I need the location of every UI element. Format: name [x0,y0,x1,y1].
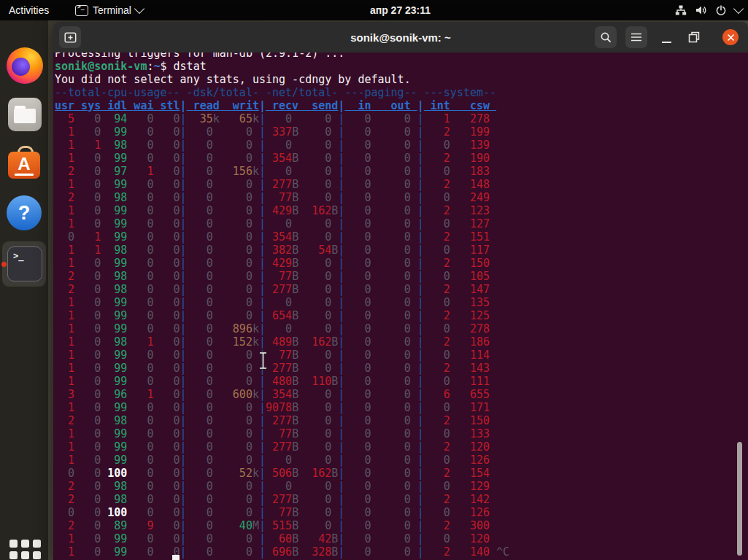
clock-label: апр 27 23:11 [370,4,431,16]
terminal-line: 1 0 99 0 0| 0 0 | 480B 110B| 0 0 | 0 111 [55,375,509,388]
terminal-scrollbar[interactable] [737,442,742,556]
terminal-line: 1 0 99 0 0| 0 0 | 77B 0 | 0 0 | 0 133 [55,427,509,440]
files-icon [8,98,42,131]
text-cursor-pointer [258,351,269,370]
terminal-line: 1 0 99 0 0| 0 0 | 60B 42B| 0 0 | 0 120 [55,532,509,545]
terminal-line: 2 0 98 0 0| 0 0 | 77B 0 | 0 0 | 0 105 [55,270,509,283]
terminal-line: 2 0 98 0 0| 0 0 | 277B 0 | 0 0 | 2 147 [55,283,509,296]
terminal-line: 1 0 99 0 0| 0 0 | 429B 162B| 0 0 | 2 123 [55,204,509,217]
dock: A ? >_ [0,20,48,560]
ubuntu-software-icon: A [7,145,42,180]
app-menu-button[interactable]: >_ Terminal [75,0,143,20]
search-button[interactable] [595,26,617,48]
activities-label: Activities [9,4,49,16]
desktop: Activities >_ Terminal апр 27 23:11 [0,0,748,560]
dock-item-terminal[interactable]: >_ [7,246,42,281]
terminal-line: 0 0 100 0 0| 0 52k| 506B 162B| 0 0 | 2 1… [55,467,509,480]
terminal-line: 2 0 97 1 0| 0 156k| 0 0 | 0 0 | 0 183 [55,165,509,178]
terminal-output: Processing triggers for man-db (2.9.1-2)… [55,52,509,559]
terminal-line: usr sys idl wai stl| read writ| recv sen… [55,99,509,112]
terminal-line: 1 0 98 1 0| 0 152k| 489B 162B| 0 0 | 2 1… [55,335,509,349]
terminal-block-cursor [172,555,180,560]
terminal-line: You did not select any stats, using -cdn… [55,73,509,86]
terminal-line: 0 1 99 0 0| 0 0 | 354B 0 | 0 0 | 2 151 [55,230,509,244]
close-icon [727,34,735,42]
terminal-line: 1 0 99 0 0| 0 0 | 277B 0 | 0 0 | 2 120 [55,440,509,454]
hamburger-menu-icon [631,33,642,42]
new-tab-button[interactable] [59,26,81,48]
minimize-button[interactable] [660,31,672,43]
network-icon [675,4,687,16]
activities-button[interactable]: Activities [9,0,49,20]
terminal-line: 1 0 99 0 0| 0 0 | 0 0 | 0 0 | 0 135 [55,296,509,309]
running-indicator-dot [1,262,7,267]
chevron-down-icon [733,4,744,14]
terminal-line: 5 0 94 0 0| 35k 65k| 0 0 | 0 0 | 1 278 [55,112,509,125]
terminal-icon: >_ [7,246,42,281]
terminal-line: 2 0 98 0 0| 0 0 | 277B 0 | 0 0 | 2 150 [55,414,509,427]
terminal-line: 1 0 99 0 0| 0 896k| 0 0 | 0 0 | 0 278 [55,322,509,335]
terminal-app-icon: >_ [75,5,88,16]
restore-icon [688,31,700,43]
app-menu-label: Terminal [93,4,131,16]
terminal-line: 1 0 99 0 0| 0 0 | 654B 0 | 0 0 | 2 125 [55,309,509,322]
dock-item-help[interactable]: ? [7,195,42,230]
system-status-area[interactable] [675,0,742,20]
clock-button[interactable]: апр 27 23:11 [370,0,431,20]
power-icon [715,4,727,16]
dock-item-ubuntu-software[interactable]: A [7,145,42,180]
chevron-down-icon [134,4,144,14]
top-bar: Activities >_ Terminal апр 27 23:11 [0,0,748,20]
terminal-line: 2 0 98 0 0| 0 0 | 0 0 | 0 0 | 0 129 [55,480,509,493]
terminal-line: sonik@sonik-vm:~$ dstat [55,60,509,73]
terminal-line: 1 0 99 0 0| 0 0 | 77B 0 | 0 0 | 0 114 [55,349,509,362]
terminal-line: 1 0 99 0 0| 0 0 | 337B 0 | 0 0 | 2 199 [55,125,509,139]
dock-item-files[interactable] [8,98,43,133]
terminal-line: 2 0 98 0 0| 0 0 | 77B 0 | 0 0 | 0 249 [55,191,509,204]
terminal-line: 1 0 99 0 0| 0 0 | 277B 0 | 0 0 | 2 143 [55,362,509,375]
terminal-line: 1 0 99 0 0| 0 0 | 0 0 | 0 0 | 0 126 [55,454,509,467]
terminal-line: 0 0 100 0 0| 0 0 | 77B 0 | 0 0 | 0 126 [55,506,509,519]
dock-item-firefox[interactable] [7,47,42,82]
terminal-line: 1 1 98 0 0| 0 0 | 382B 54B| 0 0 | 0 117 [55,244,509,257]
new-tab-icon [64,32,77,43]
search-icon [600,31,612,44]
terminal-line: 1 0 99 0 0| 0 0 | 354B 0 | 0 0 | 2 190 [55,152,509,165]
headerbar[interactable]: sonik@sonik-vm: ~ [53,22,748,52]
firefox-icon [7,47,43,84]
terminal-line: 1 0 99 0 0| 0 0 | 0 0 | 0 0 | 0 127 [55,217,509,230]
terminal-viewport[interactable]: Processing triggers for man-db (2.9.1-2)… [53,52,748,560]
terminal-line: --total-cpu-usage-- -dsk/total- -net/tot… [55,86,509,99]
terminal-line: 1 0 99 0 0| 0 0 | 429B 0 | 0 0 | 2 150 [55,257,509,270]
terminal-line: 1 0 99 0 0| 0 0 |9078B 0 | 0 0 | 0 171 [55,401,509,414]
terminal-line: 2 0 98 0 0| 0 0 | 277B 0 | 0 0 | 2 142 [55,493,509,506]
terminal-window: sonik@sonik-vm: ~ [53,22,748,560]
terminal-line: 1 1 98 0 0| 0 0 | 0 0 | 0 0 | 0 139 [55,139,509,152]
terminal-line: 1 0 99 0 0| 0 0 | 277B 0 | 0 0 | 2 148 [55,178,509,191]
volume-icon [695,4,707,16]
help-icon: ? [7,195,42,230]
close-button[interactable] [722,29,739,45]
menu-button[interactable] [625,26,647,48]
restore-button[interactable] [688,31,700,43]
show-applications-button[interactable] [9,540,41,560]
terminal-line: Processing triggers for man-db (2.9.1-2)… [55,52,509,60]
terminal-line: 3 0 96 1 0| 0 600k| 354B 0 | 0 0 | 6 655 [55,388,509,401]
terminal-line: 1 0 99 0 0| 0 0 | 696B 328B| 0 0 | 2 140… [55,545,509,559]
minimize-icon [662,42,671,43]
terminal-line: 2 0 89 9 0| 0 40M| 515B 0 | 0 0 | 2 300 [55,519,509,532]
